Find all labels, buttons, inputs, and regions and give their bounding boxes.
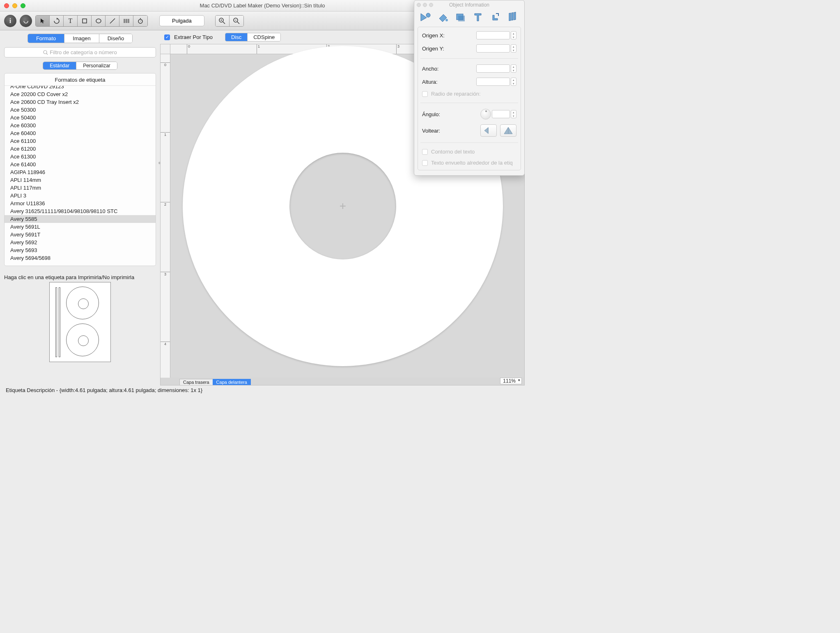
preview-sheet[interactable] bbox=[49, 282, 111, 362]
preview-hint: Haga clic en una etiqueta para Imprimirl… bbox=[4, 274, 156, 280]
zoom-in-button[interactable] bbox=[216, 16, 230, 26]
format-row[interactable]: APLI 114mm bbox=[5, 176, 156, 184]
tab-cdspine[interactable]: CDSpine bbox=[248, 33, 280, 41]
ruler-tick: 3 bbox=[161, 272, 170, 276]
extract-checkbox[interactable]: ✓ bbox=[164, 34, 170, 40]
rotate-tool[interactable] bbox=[50, 16, 64, 26]
tab-diseno[interactable]: Diseño bbox=[99, 34, 132, 43]
wrap-text-checkbox[interactable] bbox=[422, 160, 428, 166]
format-row[interactable]: Avery 5691L bbox=[5, 223, 156, 231]
height-stepper[interactable] bbox=[511, 78, 516, 86]
barcode-tool[interactable] bbox=[119, 16, 133, 26]
layer-back[interactable]: Capa trasera bbox=[179, 379, 213, 385]
width-input[interactable] bbox=[476, 64, 510, 73]
subtab-personalizar[interactable]: Personalizar bbox=[76, 62, 117, 69]
angle-knob[interactable] bbox=[480, 109, 491, 119]
format-row[interactable]: Ace 50400 bbox=[5, 114, 156, 122]
format-row[interactable]: Avery 5693 bbox=[5, 246, 156, 254]
origin-x-input[interactable] bbox=[476, 31, 510, 39]
format-row[interactable]: Ace 60300 bbox=[5, 122, 156, 129]
preview-area bbox=[4, 282, 156, 364]
format-row[interactable]: Ace 61400 bbox=[5, 161, 156, 168]
width-stepper[interactable] bbox=[511, 64, 516, 73]
rect-tool[interactable] bbox=[78, 16, 92, 26]
svg-line-2 bbox=[110, 18, 115, 23]
text-outline-checkbox[interactable] bbox=[422, 149, 428, 155]
sidebar-subtabs: Estándar Personalizar bbox=[43, 62, 117, 70]
flip-horizontal-button[interactable] bbox=[480, 124, 497, 137]
formats-list[interactable]: A-One CD/DVD 29123Ace 20200 CD Cover x2A… bbox=[5, 86, 156, 266]
panel-tab-layers-icon[interactable] bbox=[506, 11, 520, 23]
format-row[interactable]: Ace 20200 CD Cover x2 bbox=[5, 90, 156, 98]
extract-label: Extraer Por Tipo bbox=[174, 34, 213, 40]
format-row[interactable]: Ace 20600 CD Tray Insert x2 bbox=[5, 98, 156, 106]
svg-point-1 bbox=[96, 19, 101, 23]
angle-input[interactable] bbox=[492, 110, 510, 118]
flip-vertical-button[interactable] bbox=[500, 124, 516, 137]
search-input[interactable]: Filtro de categoría o número bbox=[4, 47, 156, 57]
format-row[interactable]: A-One CD/DVD 29123 bbox=[5, 86, 156, 90]
height-input[interactable] bbox=[476, 78, 510, 86]
format-row[interactable]: Ace 61200 bbox=[5, 145, 156, 153]
format-row[interactable]: Ace 50300 bbox=[5, 106, 156, 114]
panel-tab-icons bbox=[414, 9, 524, 27]
layer-front[interactable]: Capa delantera bbox=[213, 379, 251, 385]
panel-tab-geometry-icon[interactable] bbox=[418, 11, 432, 23]
format-row[interactable]: Armor U11836 bbox=[5, 200, 156, 207]
unit-button[interactable]: Pulgada bbox=[159, 15, 204, 26]
panel-tab-text-icon[interactable] bbox=[471, 11, 485, 23]
panel-tab-shadow-icon[interactable] bbox=[454, 11, 468, 23]
search-icon bbox=[43, 50, 48, 55]
ruler-tick: 3 bbox=[396, 44, 399, 54]
pointer-tool[interactable] bbox=[36, 16, 50, 26]
subtab-estandar[interactable]: Estándar bbox=[43, 62, 76, 69]
ellipse-tool[interactable] bbox=[92, 16, 106, 26]
format-row[interactable]: Avery 5692 bbox=[5, 239, 156, 246]
info-icon[interactable]: i bbox=[4, 15, 16, 27]
zoom-display[interactable]: 111% bbox=[500, 378, 522, 384]
field-width: Ancho: bbox=[422, 64, 516, 73]
panel-tab-fill-icon[interactable] bbox=[436, 11, 450, 23]
format-row[interactable]: Avery 5691T bbox=[5, 231, 156, 239]
field-flip: Voltear: bbox=[422, 124, 516, 137]
zoom-out-button[interactable] bbox=[230, 16, 243, 26]
format-row[interactable]: APLI 117mm bbox=[5, 184, 156, 192]
svg-line-13 bbox=[223, 22, 225, 24]
angle-stepper[interactable] bbox=[511, 110, 516, 118]
format-row[interactable]: Ace 61100 bbox=[5, 137, 156, 145]
mask-icon[interactable]: ◡ bbox=[20, 15, 32, 27]
ruler-tick: 4 bbox=[161, 342, 170, 346]
preview-disc bbox=[66, 287, 99, 319]
svg-rect-24 bbox=[458, 16, 465, 21]
field-origin-x: Origen X: bbox=[422, 31, 516, 39]
text-tool[interactable]: T bbox=[64, 16, 78, 26]
divider bbox=[420, 58, 518, 59]
tab-disc[interactable]: Disc bbox=[225, 33, 248, 41]
repair-radius-checkbox[interactable] bbox=[422, 91, 428, 97]
format-row[interactable]: Avery 5694/5698 bbox=[5, 254, 156, 262]
stopwatch-tool[interactable] bbox=[133, 16, 147, 26]
line-tool[interactable] bbox=[106, 16, 119, 26]
format-row[interactable]: AGIPA 118946 bbox=[5, 168, 156, 176]
divider bbox=[420, 142, 518, 143]
format-row[interactable]: Ace 60400 bbox=[5, 129, 156, 137]
panel-tab-arrange-icon[interactable] bbox=[489, 11, 503, 23]
format-row[interactable]: Avery 5585 bbox=[5, 215, 156, 223]
svg-rect-26 bbox=[512, 13, 513, 21]
origin-x-stepper[interactable] bbox=[511, 31, 516, 39]
origin-y-input[interactable] bbox=[476, 44, 510, 53]
formats-box: Formatos de etiqueta A-One CD/DVD 29123A… bbox=[4, 73, 156, 266]
svg-line-17 bbox=[237, 22, 239, 24]
field-height: Altura: bbox=[422, 78, 516, 86]
format-row[interactable]: Avery 31625/11111/98104/98108/98110 STC bbox=[5, 207, 156, 215]
format-row[interactable]: Ace 61300 bbox=[5, 153, 156, 161]
search-placeholder: Filtro de categoría o número bbox=[50, 49, 117, 55]
tab-imagen[interactable]: Imagen bbox=[64, 34, 99, 43]
preview-disc bbox=[66, 323, 99, 356]
field-origin-y: Origen Y: bbox=[422, 44, 516, 53]
ruler-vertical: 01234 bbox=[161, 54, 170, 378]
origin-y-stepper[interactable] bbox=[511, 44, 516, 53]
sidebar-tabs: Formato Imagen Diseño bbox=[28, 34, 133, 43]
format-row[interactable]: APLI 3 bbox=[5, 192, 156, 200]
tab-formato[interactable]: Formato bbox=[28, 34, 64, 43]
